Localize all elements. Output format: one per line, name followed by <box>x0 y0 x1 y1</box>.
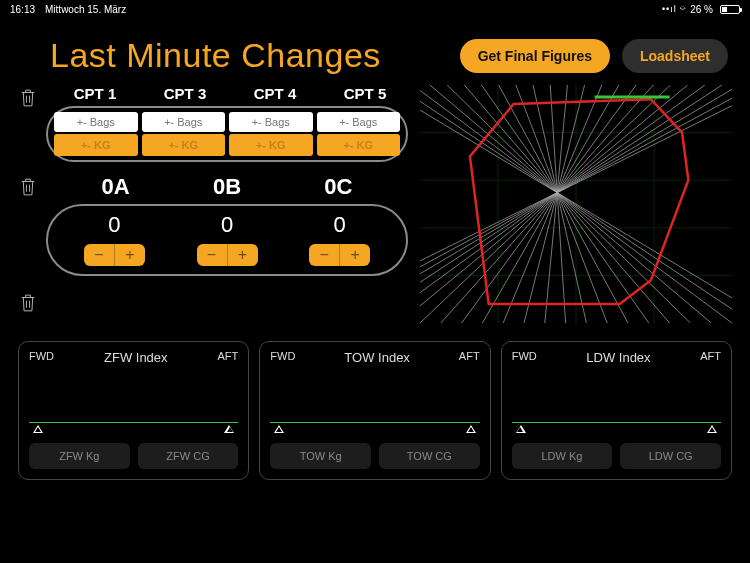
svg-line-15 <box>516 85 607 323</box>
svg-line-13 <box>481 85 648 323</box>
envelope-chart <box>420 85 732 327</box>
index-title: LDW Index <box>586 350 650 365</box>
kg-input[interactable]: +- KG <box>142 134 226 156</box>
cabin-value: 0 <box>334 212 346 238</box>
status-date: Mittwoch 15. März <box>45 4 126 15</box>
bags-input[interactable]: +- Bags <box>54 112 138 132</box>
cabin-pill: 0 − + 0 − + <box>46 204 408 276</box>
kg-button[interactable]: LDW Kg <box>512 443 613 469</box>
index-title: ZFW Index <box>104 350 168 365</box>
bags-input[interactable]: +- Bags <box>229 112 313 132</box>
cpt-header: CPT 4 <box>232 85 318 102</box>
svg-line-26 <box>420 85 705 323</box>
plus-button[interactable]: + <box>340 244 370 266</box>
compartment-headers: CPT 1 CPT 3 CPT 4 CPT 5 <box>46 85 408 102</box>
cpt-header: CPT 5 <box>322 85 408 102</box>
cg-button[interactable]: ZFW CG <box>138 443 239 469</box>
plus-button[interactable]: + <box>228 244 258 266</box>
trash-icon[interactable] <box>18 174 40 202</box>
extra-trash-row <box>18 290 408 318</box>
aft-label: AFT <box>218 350 239 365</box>
plus-button[interactable]: + <box>115 244 145 266</box>
svg-line-18 <box>545 85 568 323</box>
index-card: FWD ZFW Index AFT ZFW Kg ZFW CG <box>18 341 249 480</box>
index-gauge <box>29 369 238 439</box>
cabin-header: 0C <box>283 174 394 200</box>
signal-wifi-icons: ••ıl ⌔ <box>662 4 686 14</box>
svg-line-21 <box>482 85 619 323</box>
svg-line-10 <box>430 85 711 323</box>
index-card: FWD LDW Index AFT LDW Kg LDW CG <box>501 341 732 480</box>
cabin-header: 0A <box>60 174 171 200</box>
cabin-headers: 0A 0B 0C <box>46 174 408 200</box>
loadsheet-button[interactable]: Loadsheet <box>622 39 728 73</box>
cg-button[interactable]: LDW CG <box>620 443 721 469</box>
trash-icon[interactable] <box>18 85 40 113</box>
trash-icon[interactable] <box>18 290 40 318</box>
index-gauge <box>512 369 721 439</box>
index-title: TOW Index <box>344 350 410 365</box>
kg-button[interactable]: TOW Kg <box>270 443 371 469</box>
cabin-value: 0 <box>221 212 233 238</box>
battery-percent: 26 % <box>690 4 713 15</box>
svg-line-24 <box>420 85 671 323</box>
quantity-stepper[interactable]: − + <box>309 244 370 266</box>
cg-button[interactable]: TOW CG <box>379 443 480 469</box>
fwd-label: FWD <box>512 350 537 365</box>
cpt-header: CPT 3 <box>142 85 228 102</box>
quantity-stepper[interactable]: − + <box>84 244 145 266</box>
kg-input[interactable]: +- KG <box>317 134 401 156</box>
minus-button[interactable]: − <box>84 244 114 266</box>
fwd-label: FWD <box>29 350 54 365</box>
cpt-header: CPT 1 <box>52 85 138 102</box>
kg-button[interactable]: ZFW Kg <box>29 443 130 469</box>
bags-input[interactable]: +- Bags <box>142 112 226 132</box>
compartment-pill: +- Bags +- KG +- Bags +- KG +- Bags +- K… <box>46 106 408 162</box>
fwd-label: FWD <box>270 350 295 365</box>
cabin-header: 0B <box>171 174 282 200</box>
cabin-section: 0A 0B 0C 0 − + 0 <box>18 174 408 276</box>
compartment-section: CPT 1 CPT 3 CPT 4 CPT 5 +- Bags +- KG +-… <box>18 85 408 162</box>
bags-input[interactable]: +- Bags <box>317 112 401 132</box>
minus-button[interactable]: − <box>197 244 227 266</box>
aft-label: AFT <box>700 350 721 365</box>
index-cards-row: FWD ZFW Index AFT ZFW Kg ZFW CG FWD TOW … <box>0 327 750 480</box>
status-time: 16:13 <box>10 4 35 15</box>
status-bar: 16:13 Mittwoch 15. März ••ıl ⌔ 26 % <box>0 0 750 18</box>
main: CPT 1 CPT 3 CPT 4 CPT 5 +- Bags +- KG +-… <box>0 85 750 327</box>
index-gauge <box>270 369 479 439</box>
page-title: Last Minute Changes <box>50 36 381 75</box>
header: Last Minute Changes Get Final Figures Lo… <box>0 18 750 85</box>
battery-icon <box>717 5 740 14</box>
minus-button[interactable]: − <box>309 244 339 266</box>
get-final-figures-button[interactable]: Get Final Figures <box>460 39 610 73</box>
aft-label: AFT <box>459 350 480 365</box>
quantity-stepper[interactable]: − + <box>197 244 258 266</box>
kg-input[interactable]: +- KG <box>229 134 313 156</box>
index-card: FWD TOW Index AFT TOW Kg TOW CG <box>259 341 490 480</box>
kg-input[interactable]: +- KG <box>54 134 138 156</box>
cabin-value: 0 <box>108 212 120 238</box>
svg-line-12 <box>464 85 669 323</box>
